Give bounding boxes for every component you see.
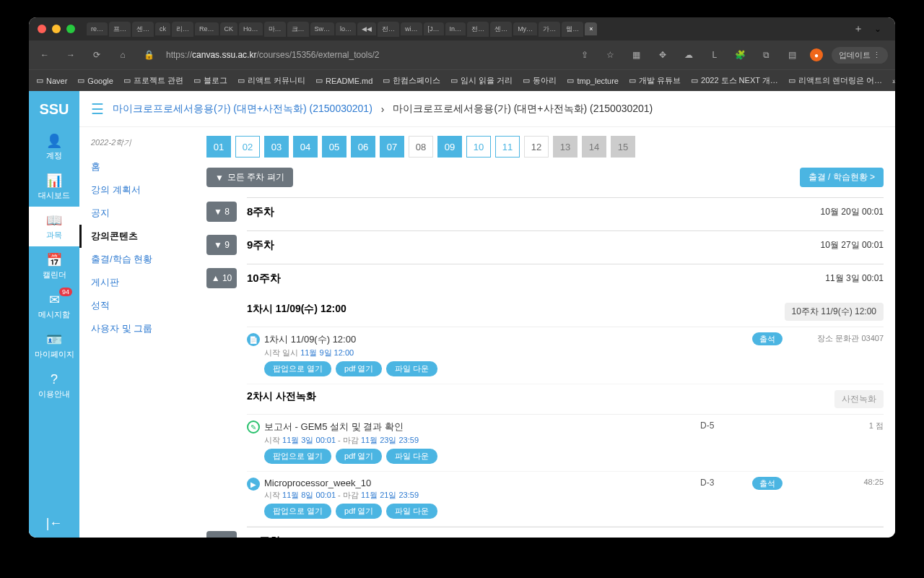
action-pill[interactable]: 파일 다운 [386,504,437,519]
browser-tab[interactable]: Re… [195,22,219,35]
browser-tab[interactable]: ◀◀ [357,22,376,35]
sidebar-item[interactable]: 강의 계획서 [79,178,195,202]
browser-tab[interactable]: 전… [378,22,399,37]
week-tab[interactable]: 10 [466,136,491,158]
forward-icon[interactable]: → [62,46,79,64]
home-icon[interactable]: ⌂ [114,46,131,64]
sidebar-item[interactable]: 사용자 및 그룹 [79,317,195,340]
sidebar-item[interactable]: 게시판 [79,271,195,294]
week-tab[interactable]: 04 [293,136,318,158]
menu-icon[interactable]: ☰ [91,100,104,118]
action-pill[interactable]: pdf 열기 [336,361,382,376]
close-icon[interactable] [38,25,46,33]
browser-tab[interactable]: In… [445,22,466,35]
browser-tab[interactable]: Sw… [310,22,335,35]
action-pill[interactable]: 파일 다운 [386,361,437,376]
week-tab[interactable]: 11 [495,136,520,158]
profile-avatar[interactable]: ● [810,48,823,61]
bookmarks-overflow[interactable]: » [892,77,895,85]
bookmark-item[interactable]: ▭프로젝트 관련 [123,75,183,86]
devtools-icon[interactable]: ⧉ [758,46,775,64]
action-pill[interactable]: 팝업으로 열기 [264,504,331,519]
bookmark-item[interactable]: ▭tmp_lecture [567,76,618,85]
app-logo[interactable]: SSU [29,91,79,127]
bookmark-item[interactable]: ▭Naver [36,76,67,85]
browser-tab[interactable]: 마… [264,22,286,37]
sidebar-item[interactable]: 출결/학습 현황 [79,248,195,271]
bookmark-item[interactable]: ▭한컴스페이스 [383,75,440,86]
star-icon[interactable]: ☆ [602,46,619,64]
bookmark-item[interactable]: ▭README.md [315,76,372,85]
week-tab[interactable]: 15 [611,136,635,158]
browser-tab[interactable]: [J… [424,22,444,35]
week-tab[interactable]: 02 [235,136,260,158]
reader-icon[interactable]: ▤ [784,46,801,64]
puzzle-icon[interactable]: 🧩 [732,46,749,64]
minimize-icon[interactable] [52,25,61,33]
bookmark-item[interactable]: ▭2022 토스 NEXT 개… [691,75,778,86]
maximize-icon[interactable] [66,25,75,33]
browser-tab[interactable]: 전… [467,22,489,37]
browser-tab[interactable]: CK [220,22,238,35]
new-tab-button[interactable]: ＋ [853,22,863,35]
nav-계정[interactable]: 👤계정 [29,127,79,167]
bookmark-item[interactable]: ▭임시 읽을 거리 [450,75,513,86]
nav-마이페이지[interactable]: 🪪마이페이지 [29,326,79,366]
week-tab[interactable]: 03 [264,136,289,158]
sidebar-item[interactable]: 성적 [79,294,195,317]
browser-tab[interactable]: wi… [401,22,422,35]
update-button[interactable]: 업데이트 ⋮ [832,47,888,64]
browser-tab[interactable]: Ho… [239,22,263,35]
week-tab[interactable]: 13 [553,136,578,158]
attendance-badge[interactable]: 출석 [752,332,783,345]
ext-icon[interactable]: ▦ [628,46,645,64]
item-name[interactable]: 1차시 11/09(수) 12:00 [264,333,692,346]
ext-icon[interactable]: ✥ [654,46,671,64]
ext-icon[interactable]: L [706,46,723,64]
url-field[interactable]: https://canvas.ssu.ac.kr/courses/15356/e… [166,50,567,60]
item-name[interactable]: Microprocessor_week_10 [264,478,692,488]
bookmark-item[interactable]: ▭동아리 [523,75,557,86]
action-pill[interactable]: pdf 열기 [336,449,382,464]
browser-tab[interactable]: 센… [490,22,512,37]
browser-tab[interactable]: 리… [172,22,193,37]
fold-all-button[interactable]: ▼ 모든 주차 펴기 [206,168,293,187]
browser-tab[interactable]: My… [513,22,537,35]
sidebar-item[interactable]: 강의콘텐츠 [79,225,195,248]
attendance-status-button[interactable]: 출결 / 학습현황 > [800,168,884,187]
browser-tab[interactable]: 크… [287,22,309,37]
week-tab[interactable]: 12 [524,136,549,158]
bookmark-item[interactable]: ▭Google [77,76,113,85]
ext-icon[interactable]: ☁ [680,46,697,64]
week-tab[interactable]: 06 [351,136,375,158]
bookmark-item[interactable]: ▭블로그 [193,75,227,86]
nav-대시보드[interactable]: 📊대시보드 [29,167,79,207]
week-toggle[interactable]: ▼ 9 [206,235,237,255]
bookmark-item[interactable]: ▭리액트의 렌더링은 어… [788,75,882,86]
browser-tab[interactable]: 센… [132,22,154,37]
close-icon[interactable]: × [589,25,593,33]
week-toggle[interactable]: ▼ 8 [206,202,237,222]
reload-icon[interactable]: ⟳ [88,46,105,64]
bookmark-item[interactable]: ▭개발 유튜브 [629,75,681,86]
action-pill[interactable]: 파일 다운 [386,449,437,464]
action-pill[interactable]: 팝업으로 열기 [264,361,331,376]
week-tab[interactable]: 05 [322,136,346,158]
item-name[interactable]: 보고서 - GEM5 설치 및 결과 확인 [264,420,692,434]
collapse-nav-icon[interactable]: |← [29,509,79,538]
week-tab[interactable]: 14 [582,136,606,158]
browser-tab[interactable]: × [585,22,597,35]
chevron-down-icon[interactable]: ⌄ [869,20,886,38]
week-toggle[interactable]: ▲ 10 [206,268,237,288]
week-tab[interactable]: 01 [206,136,231,158]
action-pill[interactable]: pdf 열기 [336,504,382,519]
browser-tab[interactable]: 웹… [562,22,583,37]
nav-이용안내[interactable]: ?이용안내 [29,366,79,405]
attendance-badge[interactable]: 출석 [752,477,783,490]
breadcrumb-course-link[interactable]: 마이크로프로세서응용(가) (대면+사전녹화) (2150030201) [113,103,372,116]
sidebar-item[interactable]: 홈 [79,155,195,178]
nav-과목[interactable]: 📖과목 [29,207,79,246]
sidebar-item[interactable]: 공지 [79,202,195,225]
week-tab[interactable]: 07 [380,136,404,158]
browser-tab[interactable]: 가… [539,22,560,37]
